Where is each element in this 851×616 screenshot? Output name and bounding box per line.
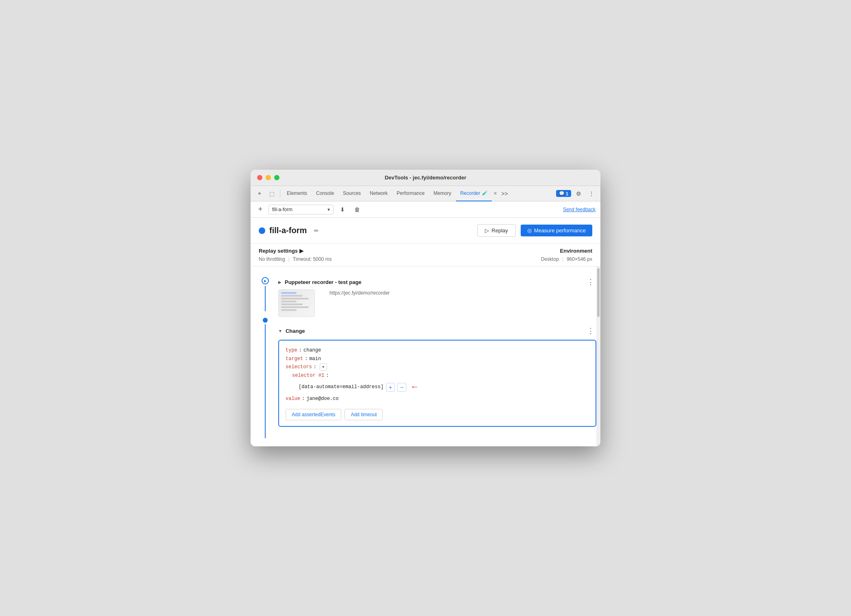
maximize-button[interactable]: [274, 175, 279, 180]
chat-badge[interactable]: 💬 1: [556, 190, 571, 197]
target-key: target: [286, 355, 303, 363]
node-icon: ▶: [264, 279, 266, 283]
add-recording-button[interactable]: +: [255, 205, 265, 214]
minimize-button[interactable]: [266, 175, 271, 180]
tab-console[interactable]: Console: [312, 186, 338, 201]
step-2-more-button[interactable]: ⋮: [585, 325, 596, 336]
value-val: jane@doe.co: [306, 395, 338, 403]
target-val: main: [309, 355, 321, 363]
tab-performance[interactable]: Performance: [393, 186, 429, 201]
step-2-expand-button[interactable]: [278, 328, 282, 334]
step-1-chevron-icon: [278, 279, 281, 285]
recorder-tab-label: Recorder: [460, 190, 480, 196]
selector-remove-button[interactable]: −: [397, 383, 406, 392]
step-2-header: Change ⋮: [278, 323, 596, 338]
add-timeout-button[interactable]: Add timeout: [345, 409, 383, 420]
delete-recording-icon[interactable]: 🗑: [351, 204, 363, 215]
thumb-line-3: [281, 298, 309, 299]
timeout-label: Timeout: 5000 ms: [293, 256, 332, 262]
step-2-code-block: type : change target : main: [278, 340, 596, 426]
no-throttling-label: No throttling: [259, 256, 285, 262]
recorder-toolbar: + fill-a-form ▾ ⬇ 🗑 Send feedback: [251, 201, 600, 218]
selector-add-button[interactable]: +: [386, 383, 395, 392]
recording-title-area: fill-a-form ✏: [259, 225, 477, 236]
thumb-line-7: [281, 309, 297, 311]
value-colon: :: [302, 395, 305, 403]
thumb-line-6: [281, 306, 309, 308]
scrollbar-track[interactable]: [596, 266, 600, 446]
steps-area: ▶: [251, 266, 596, 446]
code-selectors-line: selectors : ⌖: [286, 363, 589, 371]
recording-header: fill-a-form ✏ ▷ Replay ◎ Measure perform…: [251, 218, 600, 244]
more-tabs-icon[interactable]: >>: [499, 188, 511, 199]
type-val: change: [303, 346, 321, 354]
chevron-down-icon: ▾: [327, 207, 330, 212]
step-2-title: Change: [286, 328, 305, 334]
close-button[interactable]: [257, 175, 262, 180]
tab-separator: [280, 190, 280, 198]
plus-icon: +: [258, 205, 263, 214]
chat-count: 1: [566, 191, 568, 196]
title-bar: DevTools - jec.fyi/demo/recorder: [251, 170, 600, 186]
recorder-tab-close-icon[interactable]: ✕: [493, 191, 498, 197]
replay-settings-label: Replay settings: [259, 248, 298, 254]
step-1-title: Puppeteer recorder - test page: [285, 279, 362, 285]
replay-button[interactable]: ▷ Replay: [477, 224, 515, 237]
selectors-key: selectors: [286, 363, 312, 371]
step-1-more-button[interactable]: ⋮: [585, 276, 596, 288]
measure-perf-label: Measure performance: [534, 227, 586, 234]
traffic-lights: [257, 175, 279, 180]
environment-settings: Environment Desktop | 960×546 px: [541, 248, 592, 262]
environment-values: Desktop | 960×546 px: [541, 256, 592, 262]
measure-icon: ◎: [527, 227, 532, 234]
devtools-tabs-bar: ⌖ ⬚ Elements Console Sources Network Per…: [251, 186, 600, 201]
desktop-label: Desktop: [541, 256, 559, 262]
edit-recording-name-button[interactable]: ✏: [311, 225, 322, 236]
environment-label: Environment: [541, 248, 592, 254]
tab-network[interactable]: Network: [366, 186, 392, 201]
step-1-details: https://jec.fyi/demo/recorder: [278, 289, 596, 317]
scrollbar-thumb[interactable]: [597, 268, 600, 317]
timeline-dot-2: [263, 318, 268, 323]
recording-actions: ▷ Replay ◎ Measure performance: [477, 224, 592, 237]
window-title: DevTools - jec.fyi/demo/recorder: [385, 175, 467, 181]
send-feedback-button[interactable]: Send feedback: [563, 207, 596, 212]
timeline-line-2: [265, 324, 266, 438]
replay-settings: Replay settings ▶ No throttling | Timeou…: [259, 248, 332, 262]
code-selector-num-line: selector #1 :: [286, 371, 589, 380]
settings-gear-icon[interactable]: ⚙: [573, 188, 584, 199]
tab-sources[interactable]: Sources: [339, 186, 365, 201]
replay-settings-expand-icon[interactable]: ▶: [299, 248, 303, 254]
type-key: type: [286, 346, 297, 354]
step-1-expand-button[interactable]: [278, 279, 281, 285]
step-1-thumbnail: [278, 289, 315, 317]
step-item-1: Puppeteer recorder - test page ⋮: [278, 275, 596, 317]
timeline: ▶: [259, 273, 272, 439]
inspect-element-icon[interactable]: ⌖: [254, 188, 265, 199]
more-options-icon[interactable]: ⋮: [586, 188, 597, 199]
replay-settings-title: Replay settings ▶: [259, 248, 332, 254]
recording-selector[interactable]: fill-a-form ▾: [268, 205, 334, 214]
selectors-colon: :: [314, 363, 316, 371]
code-actions: Add assertedEvents Add timeout: [286, 409, 589, 420]
tab-elements[interactable]: Elements: [283, 186, 311, 201]
code-value-line: value : jane@doe.co: [286, 395, 589, 403]
thumb-line-4: [281, 301, 297, 302]
tab-memory[interactable]: Memory: [430, 186, 455, 201]
settings-separator: |: [288, 256, 290, 262]
replay-label: Replay: [491, 227, 508, 234]
measure-performance-button[interactable]: ◎ Measure performance: [521, 225, 592, 236]
recording-title: fill-a-form: [269, 226, 307, 235]
selector-val: [data-automate=email-address]: [299, 383, 384, 391]
tab-recorder[interactable]: Recorder 🧪: [456, 186, 491, 201]
export-recording-icon[interactable]: ⬇: [337, 204, 348, 215]
thumbnail-preview: [279, 290, 314, 317]
device-toolbar-icon[interactable]: ⬚: [266, 188, 277, 199]
selector-picker-icon[interactable]: ⌖: [320, 363, 327, 371]
selector-num-key: selector #1: [292, 371, 324, 380]
step-2-chevron-icon: [278, 328, 282, 334]
red-arrow-icon: ←: [412, 380, 417, 395]
code-target-line: target : main: [286, 355, 589, 363]
target-colon: :: [305, 355, 308, 363]
add-asserted-events-button[interactable]: Add assertedEvents: [286, 409, 341, 420]
